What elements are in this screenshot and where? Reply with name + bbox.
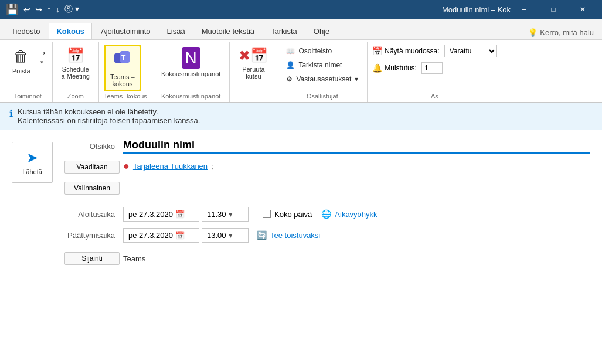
nayta-muodossa-row: 📅 Näytä muodossa: Varattu Vapaa — [372, 45, 496, 57]
search-hint[interactable]: Kerro, mitä halu — [540, 28, 594, 37]
required-dot: ● — [123, 160, 130, 172]
end-time-value: 13.00 — [207, 231, 226, 240]
ribbon-group-peruuta: ✖📅 Peruuta kutsu — [230, 42, 277, 102]
lightbulb-icon: 💡 — [528, 28, 538, 37]
end-date-value: pe 27.3.2020 — [128, 231, 173, 240]
schedule-meeting-icon: 📅 — [67, 47, 84, 64]
location-row: Sijainti Teams — [64, 249, 590, 268]
close-button[interactable]: ✕ — [569, 0, 596, 19]
start-date-value: pe 27.3.2020 — [128, 210, 173, 219]
zoom-label: Zoom — [57, 91, 94, 102]
vastausasetukset-button[interactable]: ⚙ Vastausasetukset ▾ — [282, 73, 362, 86]
teams-label: Teams – kokous — [110, 73, 135, 87]
optional-value-area[interactable] — [123, 180, 590, 196]
undo-icon[interactable]: ↩ — [23, 5, 30, 14]
end-time-dropdown-icon: ▾ — [229, 231, 233, 240]
start-time-value: 11.30 — [207, 210, 226, 219]
required-semicolon: ; — [211, 162, 213, 171]
ribbon-group-muistiinpanot: N Kokousmuistiinpanot Kokousmuistiinpano… — [152, 42, 230, 102]
response-settings-icon: ⚙ — [286, 75, 293, 83]
tab-tarkista[interactable]: Tarkista — [263, 23, 305, 39]
globe-icon: 🌐 — [321, 209, 331, 219]
ribbon-tabs: Tiedosto Kokous Ajoitustoiminto Lisää Mu… — [0, 19, 602, 40]
toolbar-extra-icon[interactable]: Ⓢ ▾ — [64, 4, 79, 15]
peruuta-group-label — [234, 98, 272, 102]
end-date-field[interactable]: pe 27.3.2020 📅 — [123, 228, 199, 243]
start-time-row: Aloitusaika pe 27.3.2020 📅 11.30 ▾ Koko … — [64, 204, 590, 224]
info-bar: ℹ Kutsua tähän kokoukseen ei ole lähetet… — [0, 103, 602, 130]
required-person[interactable]: Tarjaleena Tuukkanen — [133, 162, 208, 171]
form-fields: Otsikko Moduulin nimi Vaaditaan ● Tarjal… — [64, 136, 590, 268]
window-controls: – □ ✕ — [511, 0, 596, 19]
repeat-button[interactable]: 🔄 Tee toistuvaksi — [257, 230, 320, 240]
muistutus-input[interactable] — [421, 62, 443, 74]
required-value: ● Tarjaleena Tuukkanen ; — [123, 160, 590, 174]
allday-checkbox[interactable] — [263, 210, 271, 218]
send-button[interactable]: ➤ Lähetä — [12, 142, 53, 183]
info-line1: Kutsua tähän kokoukseen ei ole lähetetty… — [18, 107, 200, 116]
minimize-button[interactable]: – — [511, 0, 538, 19]
required-button[interactable]: Vaaditaan — [64, 161, 120, 174]
nayta-label: As — [372, 91, 496, 102]
tab-tiedosto[interactable]: Tiedosto — [4, 23, 47, 39]
muistutus-label: Muistutus: — [385, 64, 417, 72]
info-icon: ℹ — [9, 108, 13, 119]
scroll-down-icon[interactable]: ↓ — [56, 5, 60, 14]
peruuta-label: Peruuta kutsu — [242, 66, 265, 80]
schedule-meeting-button[interactable]: 📅 Schedule a Meeting — [57, 45, 94, 83]
end-time-row: Päättymisaika pe 27.3.2020 📅 13.00 ▾ 🔄 T… — [64, 225, 590, 245]
end-time-field[interactable]: 13.00 ▾ — [202, 228, 249, 243]
tab-kokous[interactable]: Kokous — [49, 23, 92, 39]
repeat-label: Tee toistuvaksi — [270, 231, 320, 240]
muistiinpanot-items: N Kokousmuistiinpanot — [157, 42, 225, 91]
teams-button[interactable]: T Teams – kokous — [104, 45, 141, 91]
maximize-button[interactable]: □ — [540, 0, 567, 19]
allday-label: Koko päivä — [274, 210, 312, 219]
muistiinpanot-label: Kokousmuistiinpanot — [161, 70, 221, 77]
optional-button[interactable]: Valinnainen — [64, 182, 120, 195]
nayta-muodossa-select[interactable]: Varattu Vapaa — [444, 45, 497, 57]
muistutus-row: 🔔 Muistutus: — [372, 62, 443, 74]
tab-lisaa[interactable]: Lisää — [159, 23, 193, 39]
redo-icon[interactable]: ↪ — [35, 5, 42, 14]
title-label: Otsikko — [64, 142, 123, 151]
address-book-icon: 📖 — [286, 47, 295, 55]
start-date-calendar-icon: 📅 — [175, 210, 185, 219]
required-label-wrap: Vaaditaan — [64, 161, 123, 174]
osallistujat-label: Osallistujat — [282, 91, 362, 102]
start-time-field[interactable]: 11.30 ▾ — [202, 207, 249, 222]
info-line2: Kalenterissasi on ristiriitoja toisen ta… — [18, 116, 200, 125]
peruuta-items: ✖📅 Peruuta kutsu — [234, 42, 272, 98]
optional-row: Valinnainen — [64, 178, 590, 198]
start-date-field[interactable]: pe 27.3.2020 📅 — [123, 207, 199, 222]
window-title: Moduulin nimi – Kok — [442, 5, 511, 14]
cancel-icon: ✖📅 — [239, 47, 268, 64]
tab-ajoitustoiminto[interactable]: Ajoitustoiminto — [93, 23, 158, 39]
location-button[interactable]: Sijainti — [64, 252, 120, 265]
timezone-wrap[interactable]: 🌐 Aikavyöhykk — [321, 209, 377, 219]
form-area: ➤ Lähetä Otsikko Moduulin nimi Vaaditaan… — [0, 130, 602, 274]
location-value[interactable]: Teams — [123, 254, 590, 263]
forward-icon[interactable]: → — [37, 47, 47, 59]
delete-button[interactable]: 🗑 Poista — [8, 45, 35, 77]
osoitteisto-label: Osoitteisto — [298, 47, 332, 55]
tab-muotoile[interactable]: Muotoile tekstiä — [194, 23, 262, 39]
tab-ohje[interactable]: Ohje — [306, 23, 337, 39]
muistiinpanot-group-label: Kokousmuistiinpanot — [157, 91, 225, 102]
onenote-icon: N — [182, 47, 200, 69]
allday-wrap: Koko päivä — [263, 210, 312, 219]
send-icon: ➤ — [26, 149, 38, 166]
kokousmuistiinpanot-button[interactable]: N Kokousmuistiinpanot — [157, 45, 225, 83]
start-time-dropdown-icon: ▾ — [229, 210, 233, 219]
osoitteisto-button[interactable]: 📖 Osoitteisto — [282, 45, 362, 57]
tarkista-nimet-button[interactable]: 👤 Tarkista nimet — [282, 59, 362, 72]
title-bar-left: 💾 ↩ ↪ ↑ ↓ Ⓢ ▾ — [6, 3, 79, 16]
scroll-up-icon[interactable]: ↑ — [47, 5, 51, 14]
reminder-icon: 🔔 — [372, 63, 382, 73]
peruuta-button[interactable]: ✖📅 Peruuta kutsu — [234, 45, 272, 83]
info-messages: Kutsua tähän kokoukseen ei ole lähetetty… — [18, 107, 200, 125]
teams-items: T Teams – kokous — [104, 42, 141, 91]
start-label: Aloitusaika — [64, 210, 123, 219]
save-icon[interactable]: 💾 — [6, 3, 19, 16]
title-value[interactable]: Moduulin nimi — [123, 139, 590, 154]
